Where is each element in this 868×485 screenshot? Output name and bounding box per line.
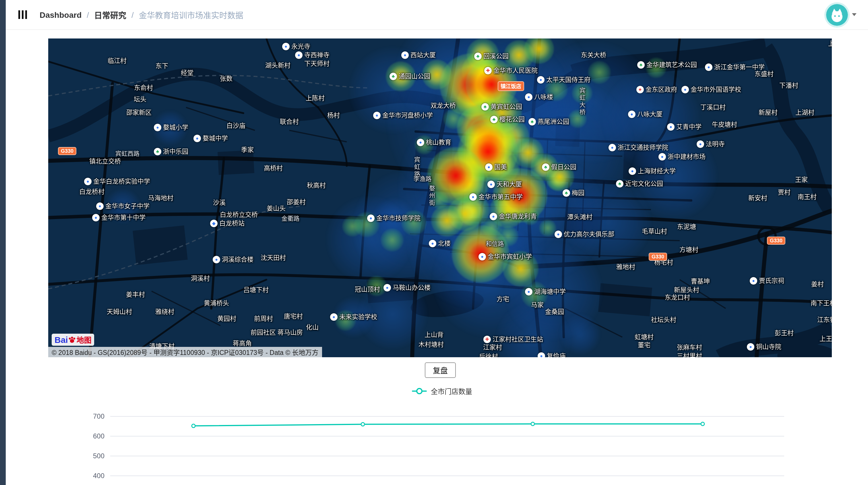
svg-text:600: 600	[93, 432, 104, 440]
svg-text:500: 500	[93, 452, 104, 460]
breadcrumb-item: 金华教育培训市场准实时数据	[139, 9, 243, 20]
line-chart-svg: 700600500400	[0, 406, 868, 485]
baidu-map-logo: Bai 地图	[52, 334, 94, 346]
top-navbar: Dashboard/日常研究/金华教育培训市场准实时数据	[6, 0, 868, 30]
chart-legend[interactable]: 全市门店数量	[412, 386, 472, 396]
store-count-chart: 700600500400	[0, 406, 868, 485]
svg-text:400: 400	[93, 472, 104, 480]
user-avatar[interactable]	[826, 4, 848, 26]
baidu-paw-icon	[69, 336, 76, 343]
dropdown-caret-icon[interactable]	[852, 13, 857, 16]
breadcrumb-separator: /	[87, 10, 89, 19]
breadcrumb: Dashboard/日常研究/金华教育培训市场准实时数据	[40, 9, 243, 20]
map-copyright: © 2018 Baidu - GS(2016)2089号 - 甲测资字11009…	[48, 347, 322, 357]
baidu-logo-latin: Bai	[55, 335, 68, 344]
legend-dot-icon	[416, 388, 423, 394]
breadcrumb-separator: /	[131, 10, 134, 19]
sidebar-toggle[interactable]	[17, 8, 28, 21]
map-water	[48, 48, 832, 357]
hamburger-bar	[22, 10, 24, 19]
legend-line-icon	[412, 390, 427, 391]
baidu-logo-cn: 地图	[76, 334, 92, 345]
legend-label: 全市门店数量	[431, 386, 472, 396]
map-roads-layer	[48, 38, 832, 357]
baidu-heatmap[interactable]: ●永光寺●寺西禅寺下天师村湖头新村●西站大厦♣回溪公园东关大桥上周村✚金华市人民…	[48, 38, 832, 357]
page: Dashboard/日常研究/金华教育培训市场准实时数据	[0, 0, 868, 485]
hamburger-bar	[19, 10, 20, 19]
avatar-cat-icon	[826, 4, 848, 26]
user-menu[interactable]	[826, 4, 857, 26]
sidebar-collapsed[interactable]	[0, 0, 6, 485]
replay-button[interactable]: 复盘	[425, 362, 456, 378]
svg-text:700: 700	[93, 412, 104, 420]
breadcrumb-item[interactable]: 日常研究	[94, 9, 126, 20]
hamburger-bar	[25, 10, 27, 19]
breadcrumb-item[interactable]: Dashboard	[40, 10, 82, 19]
